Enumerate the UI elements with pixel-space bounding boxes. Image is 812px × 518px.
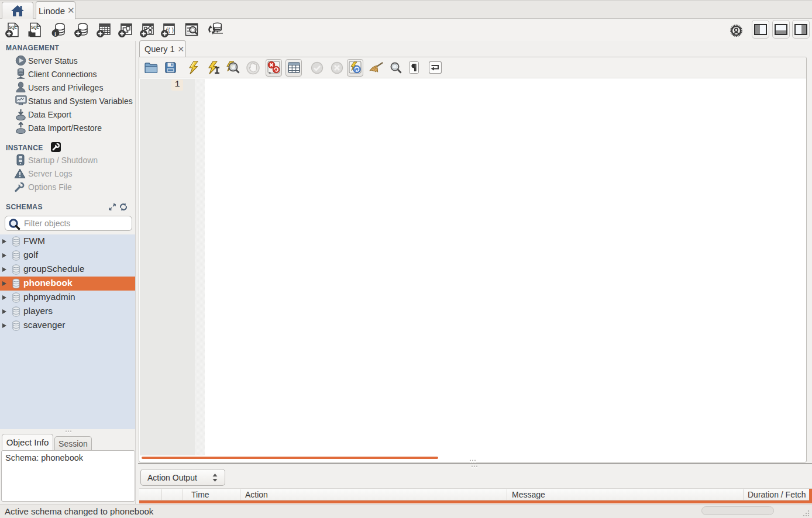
svg-text:SQL: SQL (31, 25, 40, 30)
svg-text:SQL: SQL (9, 25, 18, 30)
svg-text:( ): ( ) (168, 27, 174, 33)
